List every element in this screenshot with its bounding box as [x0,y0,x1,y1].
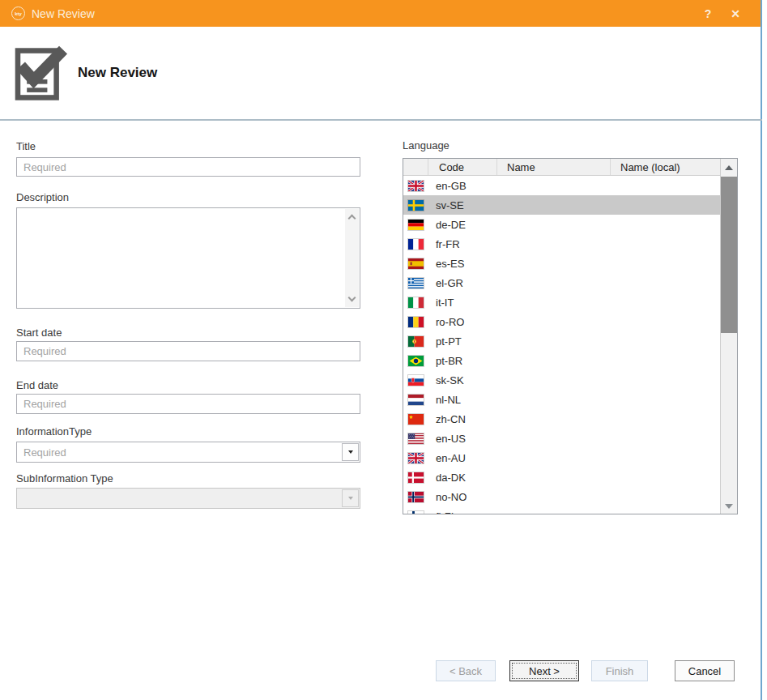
description-scrollbar[interactable] [345,209,359,307]
language-code: fi-FI [428,510,497,514]
scroll-down-icon[interactable] [348,294,356,302]
flag-icon [403,472,428,483]
flag-icon [403,395,428,405]
new-review-dialog: kty New Review ? ✕ New Review Title Desc… [0,0,762,700]
chevron-down-icon [348,450,353,454]
language-list: Code Name Name (local) en-GBsv-SEde-DEfr… [403,158,738,514]
language-row[interactable]: en-US [403,429,720,448]
language-code: sv-SE [428,199,497,211]
review-clipboard-check-icon [11,45,70,106]
flag-icon [403,414,428,425]
start-date-label: Start date [16,327,62,339]
subinformation-type-label: SubInformation Type [16,472,113,484]
flag-icon [403,297,428,308]
finish-button: Finish [591,660,648,681]
language-code: pt-BR [428,355,497,367]
language-code: en-AU [428,452,497,464]
start-date-input[interactable] [16,341,360,361]
language-code: it-IT [428,297,497,309]
page-title: New Review [78,65,157,81]
language-row[interactable]: es-ES [403,254,720,273]
language-row[interactable]: sv-SE [403,195,720,215]
language-code: ro-RO [428,316,497,328]
language-row[interactable]: pt-PT [403,331,720,351]
language-code: pt-PT [428,335,497,348]
chevron-down-icon [348,497,353,500]
language-code: sk-SK [428,374,497,386]
flag-icon [403,492,428,502]
flag-icon [403,375,428,386]
language-row[interactable]: nl-NL [403,390,720,409]
flag-icon [403,258,428,269]
language-code: da-DK [428,472,497,484]
language-row[interactable]: ro-RO [403,312,720,331]
flag-icon [403,453,428,463]
language-code: nl-NL [428,394,497,406]
dropdown-arrow-button-disabled [342,489,359,507]
description-field-frame [16,207,360,309]
app-logo-icon: kty [11,6,25,20]
scroll-up-icon[interactable] [348,215,356,223]
column-header-name-local[interactable]: Name (local) [611,159,720,175]
title-bar: kty New Review ? ✕ [0,0,761,27]
flag-icon [403,278,428,288]
language-code: no-NO [428,491,497,503]
language-row[interactable]: sk-SK [403,370,720,390]
end-date-label: End date [16,379,58,391]
header-divider [0,119,762,121]
language-row[interactable]: fr-FR [403,234,720,254]
scroll-down-button[interactable] [721,499,737,514]
language-code: zh-CN [428,413,497,425]
flag-icon [403,511,428,514]
column-header-flag [403,159,428,175]
scrollbar-thumb[interactable] [721,177,737,333]
cancel-button[interactable]: Cancel [675,660,735,681]
language-code: fr-FR [428,238,497,250]
title-label: Title [16,140,36,152]
information-type-value: Required [23,446,66,459]
triangle-up-icon [725,165,733,170]
information-type-select[interactable]: Required [16,442,360,463]
language-row[interactable]: pt-BR [403,351,720,370]
information-type-label: InformationType [16,425,92,438]
language-row[interactable]: de-DE [403,215,720,234]
next-button[interactable]: Next > [509,660,579,681]
flag-icon [403,356,428,366]
language-row[interactable]: it-IT [403,292,720,312]
language-row[interactable]: zh-CN [403,409,720,429]
language-code: en-US [428,433,497,445]
close-button[interactable]: ✕ [722,7,749,20]
column-header-code[interactable]: Code [428,159,497,175]
flag-icon [403,336,428,347]
language-code: en-GB [428,180,497,192]
description-label: Description [16,191,69,203]
back-button: < Back [436,660,496,681]
scroll-up-button[interactable] [721,159,737,176]
language-label: Language [403,139,450,152]
flag-icon [403,181,428,191]
flag-icon [403,433,428,444]
language-row[interactable]: en-AU [403,448,720,467]
language-code: el-GR [428,277,497,289]
flag-icon [403,239,428,250]
language-row[interactable]: fi-FI [403,506,720,514]
language-list-scrollbar[interactable] [720,159,737,514]
window-title: New Review [32,7,694,20]
language-row[interactable]: el-GR [403,273,720,292]
flag-icon [403,317,428,327]
help-button[interactable]: ? [694,7,722,20]
flag-icon [403,220,428,230]
language-list-header: Code Name Name (local) [403,159,720,176]
column-header-name[interactable]: Name [497,159,611,175]
subinformation-type-select [16,488,360,509]
description-textarea[interactable] [17,208,345,308]
language-row[interactable]: en-GB [403,176,720,195]
language-row[interactable]: da-DK [403,467,720,487]
end-date-input[interactable] [16,394,360,414]
title-input[interactable] [16,157,360,177]
flag-icon [403,200,428,211]
language-row[interactable]: no-NO [403,487,720,506]
language-code: de-DE [428,219,497,231]
language-code: es-ES [428,258,497,270]
dropdown-arrow-button[interactable] [342,443,359,461]
